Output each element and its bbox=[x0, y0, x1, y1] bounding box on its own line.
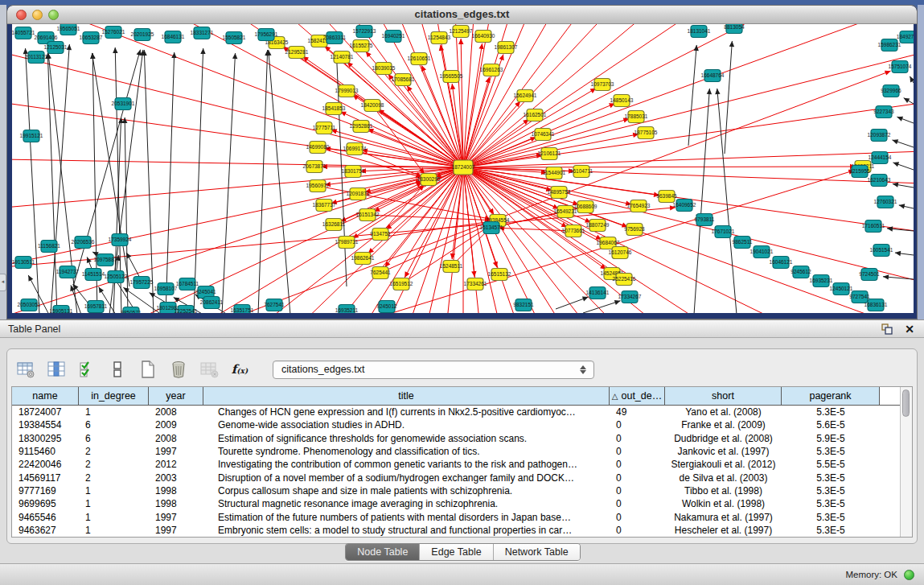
column-header-pagerank[interactable]: pagerank bbox=[782, 387, 880, 405]
network-window: 1816342521295281158241941214078116155275… bbox=[6, 5, 918, 319]
cell-name: 9699695 bbox=[12, 498, 79, 509]
cell-pagerank: 5.3E-5 bbox=[782, 472, 880, 484]
cell-pagerank: 5.6E-5 bbox=[782, 419, 880, 431]
tab-node-table[interactable]: Node Table bbox=[346, 544, 420, 560]
cell-title: Corpus callosum shape and size in male p… bbox=[203, 485, 610, 496]
cell-year: 2008 bbox=[149, 406, 203, 418]
table-row[interactable]: 1872400712008Changes of HCN gene express… bbox=[12, 406, 912, 418]
column-header-year[interactable]: year bbox=[149, 387, 203, 405]
float-panel-icon[interactable] bbox=[881, 323, 893, 336]
cell-short: de Silva et al. (2003) bbox=[665, 472, 782, 484]
citation-edge-red bbox=[23, 23, 463, 167]
citation-edge-red-arrowhead bbox=[493, 262, 498, 268]
graph-node-label: 8215955 bbox=[849, 168, 870, 174]
table-settings-button[interactable] bbox=[15, 359, 36, 380]
citation-edge-red-arrowhead bbox=[478, 43, 483, 49]
function-builder-button[interactable]: f(x) bbox=[229, 359, 250, 380]
graph-node-label: 9862511 bbox=[733, 239, 753, 245]
graph-node-label: 16784511 bbox=[176, 281, 199, 286]
table-row[interactable]: 1456911722003Disruption of a novel membe… bbox=[12, 471, 912, 484]
graph-node-label: 10973703 bbox=[591, 81, 614, 87]
column-header-title[interactable]: title bbox=[203, 387, 610, 405]
column-header-short[interactable]: short bbox=[665, 387, 782, 405]
graph-node-label: 18331271 bbox=[191, 30, 214, 35]
cell-out_de: 0 bbox=[610, 446, 665, 457]
graph-node-label: 18541853 bbox=[322, 105, 346, 111]
graph-node-label: 16640930 bbox=[472, 33, 495, 39]
graph-node-label: 14850143 bbox=[610, 97, 634, 103]
cell-short: Hescheler et al. (1997) bbox=[665, 525, 782, 536]
import-table-icon bbox=[199, 360, 219, 379]
new-document-icon bbox=[139, 360, 157, 379]
cell-year: 1997 bbox=[149, 446, 203, 457]
citation-edge-black bbox=[688, 45, 696, 146]
cell-name: 9463627 bbox=[12, 525, 79, 536]
table-row[interactable]: 977716911998Corpus callosum shape and si… bbox=[12, 484, 912, 497]
panel-collapse-handle[interactable]: ◂ bbox=[0, 274, 6, 291]
citation-edge-black-arrowhead bbox=[113, 47, 117, 53]
close-panel-icon[interactable]: ✕ bbox=[905, 323, 914, 336]
graph-node-label: 20503051 bbox=[18, 302, 41, 307]
desktop-right-strip bbox=[918, 5, 924, 319]
graph-node-label: 21295281 bbox=[285, 49, 309, 55]
graph-node-label: 6793811 bbox=[695, 216, 715, 222]
graph-node-label: 9134751 bbox=[370, 231, 391, 237]
cell-name: 22420046 bbox=[12, 459, 79, 470]
function-icon: f(x) bbox=[232, 362, 248, 377]
citation-edge-black-arrowhead bbox=[150, 293, 156, 298]
delete-table-button[interactable] bbox=[168, 359, 189, 380]
column-header-out_de[interactable]: △out_de… bbox=[610, 387, 665, 405]
table-selector[interactable]: citations_edges.txt bbox=[273, 360, 594, 379]
graph-node-label: 12140781 bbox=[331, 54, 354, 60]
table-row[interactable]: 2242004622012Investigating the contribut… bbox=[12, 458, 912, 471]
table-row[interactable]: 1938455462009Genome-wide association stu… bbox=[12, 418, 912, 431]
table-row[interactable]: 911546021997Tourette syndrome. Phenomeno… bbox=[12, 445, 912, 458]
tab-edge-table[interactable]: Edge Table bbox=[420, 544, 493, 560]
graph-node-label: 16940251 bbox=[382, 33, 405, 39]
column-visibility-button[interactable] bbox=[46, 359, 67, 380]
table-row[interactable]: 946554611997Estimation of the future num… bbox=[12, 510, 912, 523]
select-rows-button[interactable] bbox=[76, 359, 97, 380]
cell-out_de: 0 bbox=[610, 498, 665, 509]
graph-node-label: 16155275 bbox=[350, 43, 373, 48]
table-row[interactable]: 946362711997Embryonic stem cells: a mode… bbox=[12, 524, 912, 537]
new-table-button[interactable] bbox=[138, 359, 158, 380]
network-canvas[interactable]: 1816342521295281158241941214078116155275… bbox=[12, 23, 914, 313]
graph-node-label: 20862411 bbox=[200, 299, 224, 305]
cell-title: Changes of HCN gene expression and I(f) … bbox=[203, 406, 610, 418]
graph-node-label: 18039035 bbox=[372, 65, 396, 71]
row-height-button[interactable] bbox=[107, 359, 128, 380]
table-row[interactable]: 1830029562008Estimation of significance … bbox=[12, 432, 912, 445]
scrollbar-thumb[interactable] bbox=[902, 389, 910, 417]
cell-in_degree: 1 bbox=[79, 406, 149, 418]
vertical-scrollbar[interactable] bbox=[900, 387, 912, 537]
memory-ok-indicator bbox=[904, 570, 914, 580]
column-header-in_degree[interactable]: in_degree bbox=[79, 387, 149, 405]
window-titlebar[interactable]: citations_edges.txt bbox=[7, 6, 917, 24]
graph-node-label: 10958107 bbox=[154, 286, 178, 291]
citation-edge-black bbox=[73, 50, 141, 286]
graph-node-label: 14895754 bbox=[548, 189, 571, 195]
graph-node-label: 10975887 bbox=[94, 257, 117, 262]
citation-edge-black bbox=[222, 53, 236, 313]
graph-node-label: 18131041 bbox=[688, 28, 711, 34]
citation-edge-black-arrowhead bbox=[895, 251, 901, 256]
cell-short: Tibbo et al. (1998) bbox=[665, 485, 782, 496]
table-row[interactable]: 969969511998Structural magnetic resonanc… bbox=[12, 497, 912, 510]
graph-node-label: 12125031 bbox=[44, 44, 68, 50]
graph-node-label: 11544901 bbox=[543, 170, 566, 175]
graph-node-label: 12444154 bbox=[869, 154, 892, 160]
citation-edge-black-arrowhead bbox=[897, 117, 903, 122]
graph-node-label: 12952861 bbox=[350, 123, 373, 129]
graph-node-label: 14055721 bbox=[12, 30, 35, 35]
graph-node-label: 9724501 bbox=[859, 271, 880, 277]
citation-edge-red-arrowhead bbox=[499, 54, 504, 60]
cell-in_degree: 1 bbox=[79, 498, 149, 509]
column-header-name[interactable]: name bbox=[12, 387, 79, 405]
graph-node-label: 12610651 bbox=[408, 56, 431, 61]
graph-node-label: 9329966 bbox=[881, 88, 901, 93]
tab-network-table[interactable]: Network Table bbox=[494, 544, 580, 560]
cell-year: 1998 bbox=[149, 498, 203, 509]
graph-node-label: 25225416 bbox=[613, 276, 636, 282]
cell-in_degree: 6 bbox=[79, 433, 149, 444]
